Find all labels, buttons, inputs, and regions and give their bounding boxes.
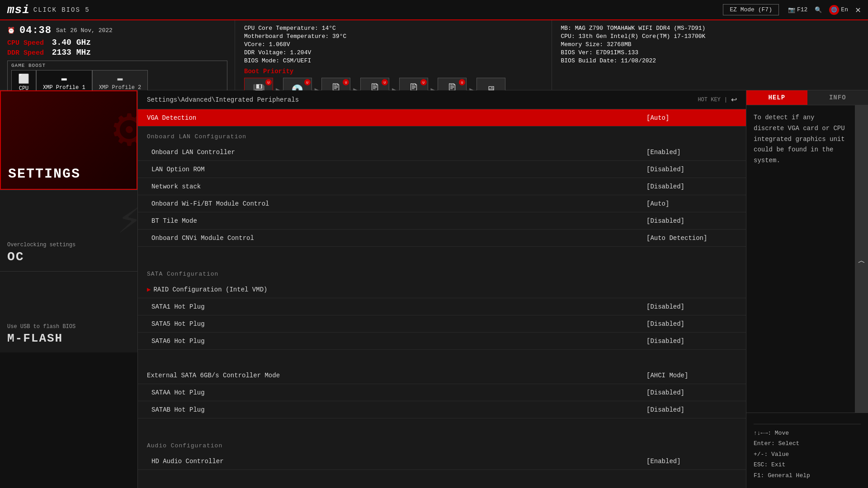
ddr-speed-row: DDR Speed 2133 MHz xyxy=(7,48,227,57)
sata6-value: [Disabled] xyxy=(646,338,737,345)
tab-help[interactable]: HELP xyxy=(746,90,807,105)
ext-sata-value: [AHCI Mode] xyxy=(646,372,737,379)
lan-controller-label: Onboard LAN Controller xyxy=(151,149,646,156)
help-inner-layout: To detect if any discrete VGA card or CP… xyxy=(746,105,868,413)
lan-option-rom-label: LAN Option ROM xyxy=(151,166,646,173)
settings-row-lan-controller[interactable]: Onboard LAN Controller [Enabled] xyxy=(138,144,746,161)
search-button[interactable]: 🔍 xyxy=(815,6,822,14)
settings-row-vga-detection[interactable]: VGA Detection [Auto] xyxy=(138,109,746,127)
clock-time: 04:38 xyxy=(19,25,52,36)
sidebar: ⚙ SETTINGS ⚡ Overclocking settings OC Us… xyxy=(0,90,138,488)
help-text-area: To detect if any discrete VGA card or CP… xyxy=(746,105,855,413)
system-info-bar: ⏰ 04:38 Sat 26 Nov, 2022 CPU Speed 3.40 … xyxy=(0,20,868,90)
raid-label: RAID Configuration (Intel VMD) xyxy=(153,286,646,293)
keyboard-hints: ↑↓←→: Move Enter: Select +/-: Value ESC:… xyxy=(746,413,868,488)
satab-value: [Disabled] xyxy=(646,406,737,413)
spacer-1 xyxy=(138,247,746,264)
satab-label: SATAB Hot Plug xyxy=(151,406,646,413)
help-tabs: HELP INFO xyxy=(746,90,868,105)
boot-priority-label: Boot Priority xyxy=(244,68,542,75)
boot-device-badge-3: U xyxy=(382,79,388,85)
bt-tile-label: BT Tile Mode xyxy=(151,217,646,225)
settings-row-hd-audio[interactable]: HD Audio Controller [Enabled] xyxy=(138,453,746,470)
main-layout: ⚙ SETTINGS ⚡ Overclocking settings OC Us… xyxy=(0,90,868,488)
lan-section-label: Onboard LAN Configuration xyxy=(147,133,246,140)
section-header-audio: Audio Configuration xyxy=(138,436,746,453)
sataa-value: [Disabled] xyxy=(646,389,737,396)
cnvi-label: Onboard CNVi Module Control xyxy=(151,235,646,242)
boot-device-badge-5: U xyxy=(459,79,465,85)
settings-row-sata5[interactable]: SATA5 Hot Plug [Disabled] xyxy=(138,315,746,333)
top-bar: msi CLICK BIOS 5 EZ Mode (F7) 📷 F12 🔍 🌐 … xyxy=(0,0,868,20)
settings-row-sata1[interactable]: SATA1 Hot Plug [Disabled] xyxy=(138,298,746,315)
boot-device-badge-0: U xyxy=(265,79,272,85)
sidebar-item-settings[interactable]: ⚙ SETTINGS xyxy=(0,90,137,190)
wifi-bt-label: Onboard Wi-Fi/BT Module Control xyxy=(151,200,646,207)
close-button[interactable]: ✕ xyxy=(855,4,861,15)
screenshot-button[interactable]: 📷 F12 xyxy=(788,6,807,14)
mflash-sublabel: Use USB to flash BIOS xyxy=(7,324,75,330)
settings-row-sataa[interactable]: SATAA Hot Plug [Disabled] xyxy=(138,384,746,401)
ez-mode-button[interactable]: EZ Mode (F7) xyxy=(723,4,779,15)
lan-controller-value: [Enabled] xyxy=(646,149,737,156)
bios-ver-line: BIOS Ver: E7D91IMS.133 xyxy=(561,49,859,56)
audio-section-label: Audio Configuration xyxy=(147,442,222,449)
lan-option-rom-value: [Disabled] xyxy=(646,166,737,173)
settings-row-bt-tile[interactable]: BT Tile Mode [Disabled] xyxy=(138,212,746,230)
hotkey-label: HOT KEY xyxy=(698,97,720,103)
left-info-panel: ⏰ 04:38 Sat 26 Nov, 2022 CPU Speed 3.40 … xyxy=(0,20,235,90)
settings-row-ext-sata[interactable]: External SATA 6GB/s Controller Mode [AHC… xyxy=(138,367,746,384)
help-collapse-button[interactable]: 〈〈 xyxy=(855,105,868,413)
hotkey-separator: | xyxy=(724,97,727,103)
clock-area: ⏰ 04:38 Sat 26 Nov, 2022 xyxy=(7,25,227,36)
hint-f1: F1: General Help xyxy=(754,470,861,481)
sidebar-item-mflash[interactable]: Use USB to flash BIOS M-FLASH xyxy=(0,271,137,352)
settings-row-cnvi[interactable]: Onboard CNVi Module Control [Auto Detect… xyxy=(138,230,746,247)
bios-build-line: BIOS Build Date: 11/08/2022 xyxy=(561,57,859,64)
settings-row-raid[interactable]: ▶ RAID Configuration (Intel VMD) xyxy=(138,281,746,298)
sata5-value: [Disabled] xyxy=(646,320,737,328)
logo-subtitle: CLICK BIOS 5 xyxy=(33,6,90,14)
cpu-temp-line: CPU Core Temperature: 14°C xyxy=(244,25,542,32)
breadcrumb-bar: Settings\Advanced\Integrated Peripherals… xyxy=(138,90,746,109)
sata-section-label: SATA Configuration xyxy=(147,271,218,277)
sata5-label: SATA5 Hot Plug xyxy=(151,320,646,328)
hint-select: Enter: Select xyxy=(754,438,861,449)
logo-text: msi xyxy=(7,3,30,17)
tab-info[interactable]: INFO xyxy=(807,90,868,105)
bios-mode-line: BIOS Mode: CSM/UEFI xyxy=(244,57,542,64)
mflash-label: M-FLASH xyxy=(7,332,63,345)
raid-arrow-icon: ▶ xyxy=(147,286,151,293)
clock-date: Sat 26 Nov, 2022 xyxy=(56,27,113,34)
settings-row-wifi-bt[interactable]: Onboard Wi-Fi/BT Module Control [Auto] xyxy=(138,195,746,212)
mb-temp-line: Motherboard Temperature: 39°C xyxy=(244,33,542,40)
help-content: To detect if any discrete VGA card or CP… xyxy=(754,113,848,166)
center-info-panel: CPU Core Temperature: 14°C Motherboard T… xyxy=(235,20,552,90)
ddr-voltage-line: DDR Voltage: 1.204V xyxy=(244,49,542,56)
top-right-icons: 📷 F12 🔍 🌐 En ✕ xyxy=(788,4,868,15)
spacer-2 xyxy=(138,350,746,367)
sidebar-item-oc[interactable]: ⚡ Overclocking settings OC xyxy=(0,190,137,271)
cpu-tab-icon: ⬜ xyxy=(18,73,29,84)
section-header-lan: Onboard LAN Configuration xyxy=(138,127,746,144)
hint-value: +/-: Value xyxy=(754,449,861,460)
language-button[interactable]: 🌐 En xyxy=(829,5,848,15)
sata1-label: SATA1 Hot Plug xyxy=(151,303,646,310)
vcore-line: VCore: 1.068V xyxy=(244,41,542,48)
settings-row-lan-option-rom[interactable]: LAN Option ROM [Disabled] xyxy=(138,161,746,178)
settings-row-satab[interactable]: SATAB Hot Plug [Disabled] xyxy=(138,401,746,418)
cpu-speed-value: 3.40 GHz xyxy=(52,38,91,47)
xmp1-tab-label: XMP Profile 1 xyxy=(43,84,85,91)
hd-audio-value: [Enabled] xyxy=(646,458,737,465)
cpu-speed-label: CPU Speed xyxy=(7,39,44,47)
game-boost-label: GAME BOOST xyxy=(11,63,223,68)
settings-row-sata6[interactable]: SATA6 Hot Plug [Disabled] xyxy=(138,333,746,350)
mem-line: Memory Size: 32768MB xyxy=(561,41,859,48)
content-area: Settings\Advanced\Integrated Peripherals… xyxy=(138,90,746,488)
settings-row-network-stack[interactable]: Network stack [Disabled] xyxy=(138,178,746,195)
ddr-speed-value: 2133 MHz xyxy=(52,48,91,57)
sata6-label: SATA6 Hot Plug xyxy=(151,338,646,345)
back-button[interactable]: ↩ xyxy=(731,95,737,104)
xmp2-tab-icon: ▬ xyxy=(117,73,123,84)
sata1-value: [Disabled] xyxy=(646,303,737,310)
